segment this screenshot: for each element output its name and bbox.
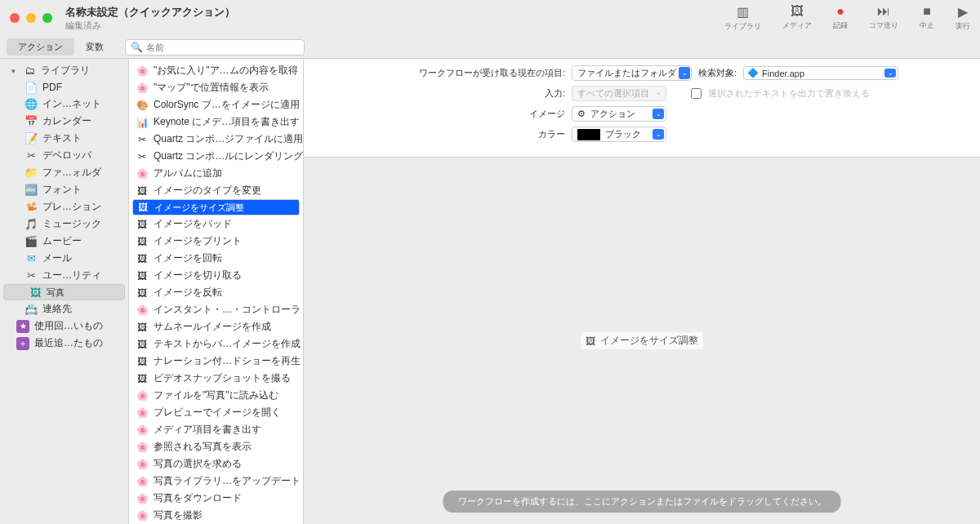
media-button[interactable]: 🖼メディア — [782, 4, 812, 31]
category-icon: ✂ — [24, 149, 38, 162]
tab-segment: アクション 変数 — [7, 38, 115, 56]
sidebar-recent-used[interactable]: ★ 使用回…いもの — [0, 318, 128, 335]
action-item[interactable]: 🖼イメージをパッド — [129, 215, 303, 233]
action-item[interactable]: 🖼サムネールイメージを作成 — [129, 318, 303, 335]
image-icon: 🖼 — [586, 335, 595, 347]
action-item[interactable]: 🌸アルバムに追加 — [129, 165, 303, 182]
cfg-color-select[interactable]: ブラック⌄ — [572, 127, 666, 142]
cfg-input-select[interactable]: すべての選択項目 — [572, 86, 666, 101]
sidebar-item[interactable]: 🖼写真 — [3, 284, 125, 300]
sidebar-item[interactable]: ✂ユー…リティ — [0, 267, 128, 284]
sidebar-item[interactable]: 🔤フォント — [0, 181, 128, 198]
action-item[interactable]: 📊Keynote にメデ…項目を書き出す — [129, 113, 303, 131]
tab-actions[interactable]: アクション — [7, 38, 74, 56]
sidebar-item[interactable]: 📁ファ…ォルダ — [0, 164, 128, 181]
zoom-icon[interactable] — [42, 13, 52, 23]
action-item[interactable]: 🖼ナレーション付…ドショーを再生 — [129, 353, 303, 370]
media-icon: 🖼 — [791, 4, 804, 19]
action-item[interactable]: 🖼イメージを切り取る — [129, 267, 303, 284]
category-icon: 🎬 — [24, 235, 38, 248]
cfg-replace-checkbox[interactable] — [691, 88, 702, 99]
color-swatch — [577, 129, 600, 140]
sidebar-item[interactable]: 📇連絡先 — [0, 300, 128, 318]
search-input[interactable] — [146, 42, 299, 52]
search-field[interactable]: 🔍 — [125, 39, 305, 56]
window-title: 名称未設定（クイックアクション） — [65, 5, 724, 20]
minimize-icon[interactable] — [26, 13, 36, 23]
action-icon: 🖼 — [136, 218, 149, 231]
close-icon[interactable] — [10, 13, 20, 23]
action-icon: 🌸 — [136, 458, 149, 471]
action-item[interactable]: 🖼イメージをプリント — [129, 233, 303, 250]
action-item[interactable]: 🌸参照される写真を表示 — [129, 438, 303, 455]
action-item[interactable]: 🌸"お気に入り"ア…ムの内容を取得 — [129, 62, 303, 79]
cfg-color-label: カラー — [320, 128, 565, 140]
action-icon: 🌸 — [136, 492, 149, 505]
recent-added-icon: ＋ — [16, 337, 29, 350]
action-item[interactable]: 🌸インスタント・…・コントローラ — [129, 301, 303, 318]
sidebar-library[interactable]: ▾ 🗂 ライブラリ — [0, 62, 128, 79]
cfg-image-select[interactable]: ⚙ アクション⌄ — [572, 106, 666, 122]
action-icon: 🖼 — [136, 372, 149, 385]
action-item[interactable]: 🖼イメージをサイズ調整 — [132, 199, 300, 215]
step-button[interactable]: ⏭コマ送り — [869, 4, 898, 31]
workflow-canvas: ワークフローが受け取る現在の項目: ファイルまたはフォルダ⌄ 検索対象: 🔷 F… — [304, 59, 980, 524]
action-icon: ✂ — [136, 133, 149, 146]
sidebar-item[interactable]: 🎬ムービー — [0, 233, 128, 250]
sidebar-item[interactable]: 📅カレンダー — [0, 113, 128, 130]
action-icon: ✂ — [136, 150, 149, 163]
sidebar-item[interactable]: ✉メール — [0, 250, 128, 267]
action-item[interactable]: 🌸写真ライブラリ…をアップデート — [129, 473, 303, 490]
cfg-input-label: 入力: — [320, 87, 565, 100]
workflow-drop-area[interactable]: 🖼 イメージをサイズ調整 ワークフローを作成するには、ここにアクションまたはファ… — [304, 158, 980, 524]
action-icon: 🖼 — [136, 201, 149, 214]
finder-icon: 🔷 — [747, 68, 759, 78]
action-item[interactable]: 🌸写真を撮影 — [129, 507, 303, 524]
action-icon: 🖼 — [136, 252, 149, 265]
action-item[interactable]: 🖼テキストからバ…イメージを作成 — [129, 335, 303, 353]
action-icon: 🌸 — [136, 406, 149, 420]
sidebar-item[interactable]: 🎵ミュージック — [0, 215, 128, 233]
gear-icon: ⚙ — [577, 109, 586, 119]
toolbar-right: ▥ライブラリ 🖼メディア ●記録 ⏭コマ送り ■中止 ▶実行 — [724, 4, 970, 32]
recent-icon: ★ — [16, 320, 29, 333]
action-item[interactable]: 🌸写真をダウンロード — [129, 490, 303, 507]
category-icon: ✉ — [24, 252, 38, 265]
run-button[interactable]: ▶実行 — [956, 4, 970, 32]
action-item[interactable]: 🖼イメージのタイプを変更 — [129, 182, 303, 199]
action-icon: 🖼 — [136, 269, 149, 282]
action-item[interactable]: 🌸写真の選択を求める — [129, 455, 303, 473]
action-item[interactable]: 🌸ファイルを"写真"に読み込む — [129, 387, 303, 404]
drop-hint: ワークフローを作成するには、ここにアクションまたはファイルをドラッグしてください… — [443, 491, 841, 513]
tab-variables[interactable]: 変数 — [74, 38, 115, 56]
search-icon: 🔍 — [131, 42, 143, 53]
main-area: ▾ 🗂 ライブラリ 📄PDF🌐イン…ネット📅カレンダー📝テキスト✂デベロッパ📁フ… — [0, 59, 980, 524]
action-item[interactable]: 🖼イメージを反転 — [129, 284, 303, 301]
category-icon: 📅 — [24, 115, 38, 128]
sidebar-item[interactable]: 🌐イン…ネット — [0, 95, 128, 113]
action-item[interactable]: 🖼ビデオスナップショットを撮る — [129, 370, 303, 387]
action-item[interactable]: 🎨ColorSync プ…をイメージに適用 — [129, 96, 303, 113]
action-item[interactable]: 🌸プレビューでイメージを開く — [129, 404, 303, 421]
sidebar-item[interactable]: 📝テキスト — [0, 130, 128, 147]
sidebar-item[interactable]: ✂デベロッパ — [0, 147, 128, 164]
cfg-receives-select[interactable]: ファイルまたはフォルダ⌄ — [572, 65, 692, 81]
secondary-toolbar: アクション 変数 🔍 — [0, 36, 980, 59]
sidebar-item[interactable]: 📄PDF — [0, 79, 128, 95]
library-button[interactable]: ▥ライブラリ — [724, 4, 761, 32]
window-subtitle: 編集済み — [65, 20, 724, 32]
action-icon: 🌸 — [136, 424, 149, 437]
action-item[interactable]: ✂Quartz コンポ…ルにレンダリング — [129, 148, 303, 165]
action-item[interactable]: 🖼イメージを回転 — [129, 250, 303, 267]
action-item[interactable]: 🌸"マップ"で位置情報を表示 — [129, 79, 303, 96]
stop-button[interactable]: ■中止 — [920, 4, 934, 31]
cfg-app-select[interactable]: 🔷 Finder.app⌄ — [743, 66, 898, 80]
sidebar-recent-added[interactable]: ＋ 最近追…たもの — [0, 335, 128, 352]
record-button[interactable]: ●記録 — [833, 4, 848, 31]
action-icon: 🎨 — [136, 99, 149, 112]
sidebar-item[interactable]: 📽プレ…ション — [0, 198, 128, 215]
action-item[interactable]: 🌸メディア項目を書き出す — [129, 421, 303, 438]
action-item[interactable]: ✂Quartz コンポ…ジファイルに適用 — [129, 131, 303, 148]
titlebar: 名称未設定（クイックアクション） 編集済み ▥ライブラリ 🖼メディア ●記録 ⏭… — [0, 0, 980, 36]
category-icon: 🖼 — [29, 286, 42, 299]
